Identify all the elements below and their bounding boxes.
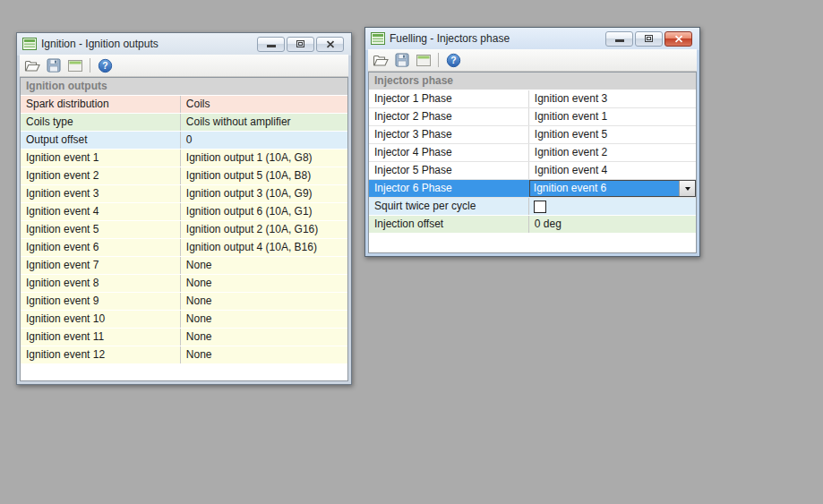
table-row[interactable]: Ignition event 5Ignition output 2 (10A, … <box>21 221 347 239</box>
window-button[interactable] <box>415 51 433 69</box>
dropdown-arrow-button[interactable] <box>679 181 695 196</box>
row-value: None <box>181 293 347 310</box>
phase-dropdown[interactable]: Ignition event 6 <box>529 180 696 197</box>
row-label: Injection offset <box>369 216 529 233</box>
minimize-button[interactable] <box>257 37 285 52</box>
row-value: Ignition event 5 <box>529 126 696 143</box>
down-arrow-icon <box>685 187 690 191</box>
svg-text:?: ? <box>102 61 107 71</box>
row-value: None <box>181 346 347 363</box>
table-row[interactable]: Ignition event 1Ignition output 1 (10A, … <box>21 149 347 167</box>
row-value: 0 <box>181 132 347 149</box>
grid-rows: Injector 1 PhaseIgnition event 3Injector… <box>369 90 696 234</box>
row-label: Squirt twice per cycle <box>369 198 529 215</box>
table-row[interactable]: Ignition event 8None <box>21 275 347 293</box>
table-row[interactable]: Ignition event 6Ignition output 4 (10A, … <box>21 239 347 257</box>
grid-section-header: Injectors phase <box>369 73 696 90</box>
row-value <box>529 198 696 215</box>
row-value: Ignition event 1 <box>529 108 696 125</box>
row-value: None <box>181 311 347 328</box>
maximize-button[interactable] <box>635 31 663 47</box>
table-row[interactable]: Injector 2 PhaseIgnition event 1 <box>369 108 696 126</box>
table-row[interactable]: Ignition event 4Ignition output 6 (10A, … <box>21 203 347 221</box>
floppy-save-icon <box>395 53 409 67</box>
toolbar-separator <box>438 53 439 67</box>
ignition-outputs-grid: Ignition outputs Spark distributionCoils… <box>20 77 348 381</box>
row-label: Ignition event 6 <box>21 239 181 256</box>
window-controls <box>605 31 694 47</box>
row-label: Ignition event 9 <box>21 293 181 310</box>
table-row[interactable]: Injection offset0 deg <box>369 216 696 234</box>
help-button[interactable]: ? <box>444 51 462 69</box>
row-value: Ignition output 5 (10A, B8) <box>181 167 347 184</box>
minimize-button[interactable] <box>605 31 633 47</box>
close-button[interactable] <box>664 31 692 47</box>
row-label: Output offset <box>21 132 181 149</box>
injectors-phase-grid: Injectors phase Injector 1 PhaseIgnition… <box>368 72 697 253</box>
close-icon <box>674 35 683 43</box>
row-label: Injector 5 Phase <box>369 162 529 179</box>
open-button[interactable] <box>23 56 41 74</box>
table-row[interactable]: Ignition event 9None <box>21 293 347 311</box>
row-label: Injector 1 Phase <box>369 90 529 107</box>
close-button[interactable] <box>316 37 344 52</box>
row-label: Injector 2 Phase <box>369 108 529 125</box>
titlebar[interactable]: Ignition - Ignition outputs <box>20 33 348 55</box>
table-row[interactable]: Ignition event 11None <box>21 329 347 346</box>
squirt-twice-checkbox[interactable] <box>534 201 546 213</box>
row-value: None <box>181 329 347 346</box>
table-row[interactable]: Ignition event 7None <box>21 257 347 275</box>
save-button[interactable] <box>45 56 63 74</box>
floppy-save-icon <box>47 58 61 73</box>
maximize-button[interactable] <box>287 37 314 52</box>
row-value: 0 deg <box>529 216 696 233</box>
save-button[interactable] <box>393 51 411 69</box>
table-row[interactable]: Ignition event 12None <box>21 346 347 364</box>
row-label: Ignition event 2 <box>21 167 181 184</box>
open-folder-icon <box>24 59 40 73</box>
row-label: Coils type <box>21 114 181 131</box>
table-row[interactable]: Spark distributionCoils <box>21 96 347 114</box>
table-row[interactable]: Coils typeCoils without amplifier <box>21 114 347 132</box>
row-label: Ignition event 7 <box>21 257 181 274</box>
row-value: Ignition event 4 <box>529 162 696 179</box>
row-label: Ignition event 3 <box>21 185 181 202</box>
row-label: Ignition event 11 <box>21 329 181 346</box>
ignition-outputs-window: Ignition - Ignition outputs <box>16 32 352 385</box>
svg-text:?: ? <box>450 56 456 65</box>
row-value: Ignition event 2 <box>529 144 696 161</box>
grid-section-header: Ignition outputs <box>21 78 347 96</box>
row-value: Ignition event 6 <box>529 180 696 197</box>
row-label: Ignition event 5 <box>21 221 181 238</box>
table-row[interactable]: Ignition event 3Ignition output 3 (10A, … <box>21 185 347 203</box>
table-row[interactable]: Squirt twice per cycle <box>369 198 696 216</box>
table-row[interactable]: Injector 5 PhaseIgnition event 4 <box>369 162 696 180</box>
row-label: Ignition event 1 <box>21 149 181 167</box>
window-button[interactable] <box>66 56 84 74</box>
table-row[interactable]: Ignition event 2Ignition output 5 (10A, … <box>21 167 347 185</box>
row-label: Ignition event 8 <box>21 275 181 292</box>
grid-list-icon <box>22 38 37 50</box>
table-row[interactable]: Injector 6 PhaseIgnition event 6 <box>369 180 696 198</box>
row-value: Coils <box>181 96 347 113</box>
table-row[interactable]: Injector 3 PhaseIgnition event 5 <box>369 126 696 144</box>
dropdown-selected-value: Ignition event 6 <box>530 181 679 196</box>
grid-rows: Spark distributionCoilsCoils typeCoils w… <box>21 96 347 364</box>
toolbar-separator <box>90 58 90 73</box>
window-icon <box>68 60 82 72</box>
row-label: Spark distribution <box>21 96 181 113</box>
toolbar: ? <box>368 49 697 72</box>
open-button[interactable] <box>372 51 390 69</box>
titlebar[interactable]: Fuelling - Injectors phase <box>368 28 697 49</box>
window-icon <box>416 55 431 66</box>
window-title: Ignition - Ignition outputs <box>41 38 257 50</box>
table-row[interactable]: Output offset0 <box>21 132 347 149</box>
row-value: None <box>181 275 347 292</box>
table-row[interactable]: Injector 4 PhaseIgnition event 2 <box>369 144 696 162</box>
open-folder-icon <box>373 54 389 67</box>
table-row[interactable]: Ignition event 10None <box>21 311 347 329</box>
table-row[interactable]: Injector 1 PhaseIgnition event 3 <box>369 90 696 108</box>
injectors-phase-window: Fuelling - Injectors phase <box>364 27 700 257</box>
row-value: Ignition output 6 (10A, G1) <box>181 203 347 220</box>
help-button[interactable]: ? <box>96 56 114 74</box>
